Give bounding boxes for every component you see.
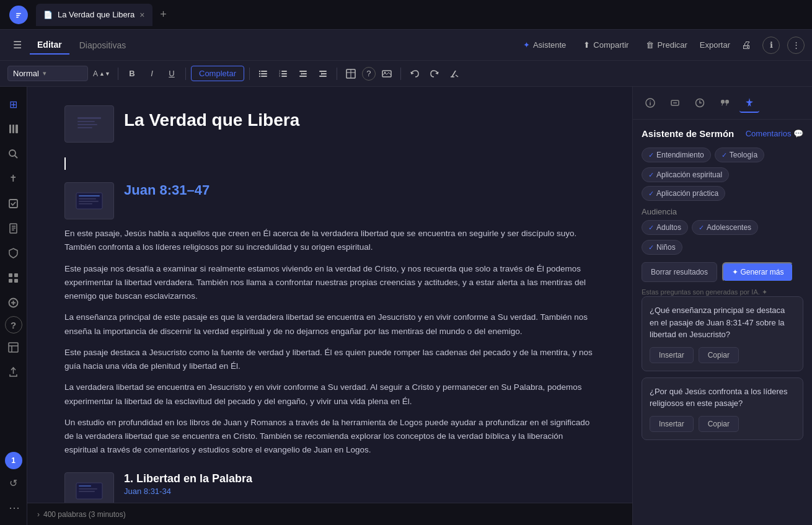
export-btn[interactable]: Exportar <box>700 40 730 50</box>
panel-icon-ai[interactable] <box>739 93 759 113</box>
add-tab-btn[interactable]: + <box>155 6 172 24</box>
chip-entendimiento[interactable]: ✓ Entendimiento <box>642 148 711 162</box>
sep1 <box>118 68 118 80</box>
copiar-btn-2[interactable]: Copiar <box>699 416 739 432</box>
sidebar-icon-more[interactable]: ⋯ <box>2 496 25 519</box>
chip-adolescentes[interactable]: ✓ Adolescentes <box>692 220 758 235</box>
redo-btn[interactable] <box>426 65 443 82</box>
undo-btn[interactable] <box>406 65 423 82</box>
more-btn[interactable]: ⋮ <box>787 37 805 54</box>
chevron-down-icon: ▾ <box>43 69 46 77</box>
insertar-btn-2[interactable]: Insertar <box>650 416 694 432</box>
left-sidebar: ⊞ ✝ <box>0 87 27 525</box>
svg-rect-58 <box>79 201 99 202</box>
card-btn-row-1: Insertar Copiar <box>650 347 795 363</box>
clear-format-btn[interactable] <box>446 65 463 82</box>
copiar-btn-1[interactable]: Copiar <box>699 347 739 363</box>
svg-rect-39 <box>14 273 18 277</box>
font-size-arrows-icon: ▲▼ <box>99 71 110 77</box>
toolbar-left: ☰ Editar Diapositivas <box>7 35 133 55</box>
sidebar-icon-cross[interactable]: ✝ <box>2 167 25 190</box>
app-logo[interactable] <box>9 6 28 24</box>
style-select[interactable]: Normal ▾ <box>7 66 88 81</box>
table-btn[interactable] <box>342 65 360 82</box>
font-size-btn[interactable]: A ▲▼ <box>90 65 113 82</box>
right-panel: Asistente de Sermón Comentarios 💬 ✓ Ente… <box>632 87 812 525</box>
sidebar-icon-user[interactable]: 1 <box>5 452 22 469</box>
hamburger-btn[interactable]: ☰ <box>7 35 27 55</box>
tab-close-btn[interactable]: × <box>139 10 144 20</box>
sidebar-icon-notes[interactable] <box>2 217 25 239</box>
list-ul-btn[interactable] <box>255 65 272 82</box>
sidebar-icon-help[interactable]: ? <box>5 316 22 333</box>
sidebar-icon-check[interactable] <box>2 192 25 214</box>
comentarios-link[interactable]: Comentarios 💬 <box>746 129 803 138</box>
sidebar-icon-search[interactable] <box>2 143 25 165</box>
chip-aplicacion-espiritual[interactable]: ✓ Aplicación espiritual <box>642 167 729 182</box>
chip-ninos[interactable]: ✓ Niños <box>642 240 682 255</box>
panel-icon-card[interactable] <box>665 93 685 113</box>
sidebar-icon-layout[interactable] <box>2 336 25 358</box>
preach-btn[interactable]: 🗑 Predicar <box>641 38 692 52</box>
chip-label: Adolescentes <box>707 223 751 232</box>
sidebar-icon-grid[interactable] <box>2 267 25 289</box>
chip-label: Adultos <box>656 223 681 232</box>
list-ol-btn[interactable]: 1 23 <box>275 65 292 82</box>
sidebar-icon-add-circle[interactable] <box>2 291 25 314</box>
tab-title: La Verdad que Libera <box>58 10 135 19</box>
info-btn[interactable]: ℹ <box>762 37 780 54</box>
svg-rect-11 <box>281 73 287 74</box>
section2-ref: Juan 8:31-34 <box>124 487 252 496</box>
borrar-btn[interactable]: Borrar resultados <box>642 262 717 282</box>
chip-label: Aplicación espiritual <box>656 170 722 179</box>
panel-icon-info[interactable] <box>640 93 660 113</box>
generar-btn[interactable]: ✦ Generar más <box>722 262 793 282</box>
sidebar-icon-shield[interactable] <box>2 242 25 264</box>
sep3 <box>249 68 250 80</box>
chip-teologia[interactable]: ✓ Teología <box>715 148 764 162</box>
svg-rect-62 <box>79 485 91 487</box>
completar-btn[interactable]: Completar <box>191 66 244 81</box>
insertar-btn-1[interactable]: Insertar <box>650 347 694 363</box>
panel-icon-row <box>633 87 812 120</box>
sidebar-icon-export[interactable] <box>2 361 25 383</box>
word-count-expand-icon[interactable]: › <box>37 510 40 519</box>
chip-aplicacion-practica[interactable]: ✓ Aplicación práctica <box>642 186 725 201</box>
help-btn[interactable]: ? <box>362 67 376 81</box>
tab-edit[interactable]: Editar <box>30 36 69 55</box>
sidebar-icon-library[interactable] <box>2 118 25 140</box>
underline-btn[interactable]: U <box>163 65 180 82</box>
preach-label: Predicar <box>657 40 687 50</box>
indent-inc-btn[interactable] <box>314 65 332 82</box>
editor-area[interactable]: La Verdad que Libera Juan 8:31–47 <box>27 87 632 503</box>
chip-label: Niños <box>656 243 676 252</box>
active-tab[interactable]: 📄 La Verdad que Libera × <box>36 4 152 26</box>
image-btn[interactable] <box>378 65 395 82</box>
section1-thumbnail <box>64 182 114 219</box>
svg-rect-17 <box>302 73 307 74</box>
top-bar: 📄 La Verdad que Libera × + <box>0 0 812 30</box>
italic-btn[interactable]: I <box>143 65 161 82</box>
sidebar-icon-refresh[interactable]: ↺ <box>2 472 25 494</box>
chip-adultos[interactable]: ✓ Adultos <box>642 220 688 235</box>
sidebar-icon-dashboard[interactable]: ⊞ <box>2 93 25 115</box>
section2-content: 1. Libertad en la Palabra Juan 8:31-34 <box>124 472 252 496</box>
svg-rect-2 <box>16 15 20 16</box>
print-btn[interactable]: 🖨 <box>738 37 755 54</box>
assistant-btn[interactable]: ✦ Asistente <box>518 38 571 52</box>
indent-dec-btn[interactable] <box>294 65 312 82</box>
paragraph-2: Este pasaje nos desafía a examinar si re… <box>64 262 595 304</box>
tab-diapositivas[interactable]: Diapositivas <box>72 37 133 54</box>
sep4 <box>337 68 337 80</box>
svg-point-7 <box>259 70 260 71</box>
bold-btn[interactable]: B <box>123 65 141 82</box>
assistant-icon: ✦ <box>523 40 530 50</box>
svg-rect-53 <box>77 127 92 128</box>
svg-rect-28 <box>9 125 11 133</box>
panel-icon-history[interactable] <box>690 93 710 113</box>
sep5 <box>400 68 401 80</box>
svg-point-67 <box>650 100 651 102</box>
check-icon: ✓ <box>648 190 654 198</box>
share-btn[interactable]: ⬆ Compartir <box>578 38 633 52</box>
panel-icon-quote[interactable] <box>715 93 735 113</box>
